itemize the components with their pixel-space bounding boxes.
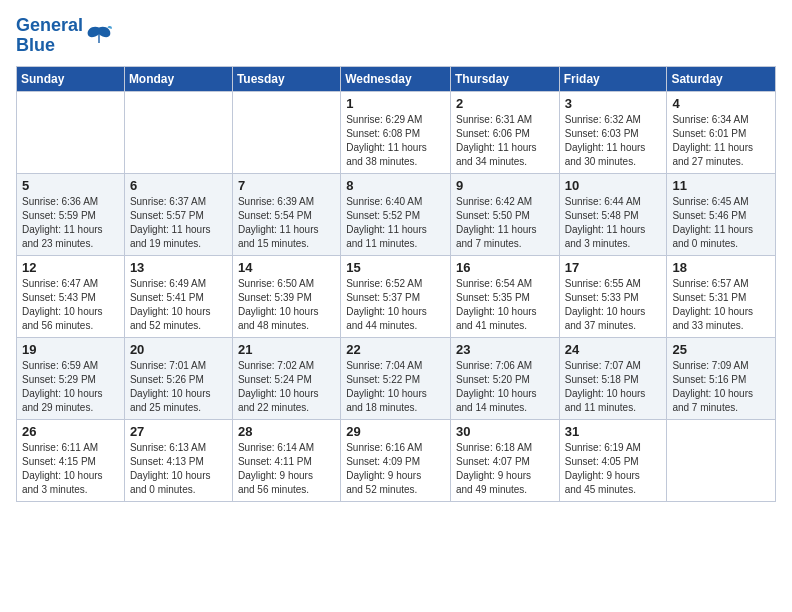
weekday-header: Sunday [17, 66, 125, 91]
day-info: Sunrise: 6:36 AM Sunset: 5:59 PM Dayligh… [22, 195, 119, 251]
day-info: Sunrise: 6:45 AM Sunset: 5:46 PM Dayligh… [672, 195, 770, 251]
day-number: 17 [565, 260, 662, 275]
calendar-cell: 25Sunrise: 7:09 AM Sunset: 5:16 PM Dayli… [667, 337, 776, 419]
calendar-cell: 13Sunrise: 6:49 AM Sunset: 5:41 PM Dayli… [124, 255, 232, 337]
day-info: Sunrise: 6:52 AM Sunset: 5:37 PM Dayligh… [346, 277, 445, 333]
day-number: 2 [456, 96, 554, 111]
day-number: 31 [565, 424, 662, 439]
day-number: 28 [238, 424, 335, 439]
day-number: 22 [346, 342, 445, 357]
logo-text: GeneralBlue [16, 16, 83, 56]
day-number: 14 [238, 260, 335, 275]
calendar-cell: 17Sunrise: 6:55 AM Sunset: 5:33 PM Dayli… [559, 255, 667, 337]
day-number: 4 [672, 96, 770, 111]
calendar-cell: 1Sunrise: 6:29 AM Sunset: 6:08 PM Daylig… [341, 91, 451, 173]
day-info: Sunrise: 6:39 AM Sunset: 5:54 PM Dayligh… [238, 195, 335, 251]
calendar-cell: 31Sunrise: 6:19 AM Sunset: 4:05 PM Dayli… [559, 419, 667, 501]
day-info: Sunrise: 6:57 AM Sunset: 5:31 PM Dayligh… [672, 277, 770, 333]
calendar-cell: 11Sunrise: 6:45 AM Sunset: 5:46 PM Dayli… [667, 173, 776, 255]
calendar-cell [17, 91, 125, 173]
calendar-cell: 5Sunrise: 6:36 AM Sunset: 5:59 PM Daylig… [17, 173, 125, 255]
calendar-cell: 26Sunrise: 6:11 AM Sunset: 4:15 PM Dayli… [17, 419, 125, 501]
calendar-cell: 3Sunrise: 6:32 AM Sunset: 6:03 PM Daylig… [559, 91, 667, 173]
day-number: 30 [456, 424, 554, 439]
weekday-header: Saturday [667, 66, 776, 91]
day-number: 20 [130, 342, 227, 357]
weekday-header: Monday [124, 66, 232, 91]
calendar-cell: 15Sunrise: 6:52 AM Sunset: 5:37 PM Dayli… [341, 255, 451, 337]
logo: GeneralBlue [16, 16, 113, 56]
calendar-cell: 28Sunrise: 6:14 AM Sunset: 4:11 PM Dayli… [232, 419, 340, 501]
day-number: 27 [130, 424, 227, 439]
calendar-cell: 18Sunrise: 6:57 AM Sunset: 5:31 PM Dayli… [667, 255, 776, 337]
calendar-cell [232, 91, 340, 173]
day-info: Sunrise: 6:55 AM Sunset: 5:33 PM Dayligh… [565, 277, 662, 333]
day-info: Sunrise: 6:18 AM Sunset: 4:07 PM Dayligh… [456, 441, 554, 497]
day-info: Sunrise: 7:02 AM Sunset: 5:24 PM Dayligh… [238, 359, 335, 415]
calendar-cell: 6Sunrise: 6:37 AM Sunset: 5:57 PM Daylig… [124, 173, 232, 255]
day-info: Sunrise: 6:11 AM Sunset: 4:15 PM Dayligh… [22, 441, 119, 497]
calendar-week-row: 5Sunrise: 6:36 AM Sunset: 5:59 PM Daylig… [17, 173, 776, 255]
logo-bird-icon [85, 22, 113, 50]
day-number: 12 [22, 260, 119, 275]
day-number: 18 [672, 260, 770, 275]
day-number: 9 [456, 178, 554, 193]
calendar-week-row: 12Sunrise: 6:47 AM Sunset: 5:43 PM Dayli… [17, 255, 776, 337]
weekday-header: Thursday [450, 66, 559, 91]
page-header: GeneralBlue [16, 16, 776, 56]
calendar-cell: 20Sunrise: 7:01 AM Sunset: 5:26 PM Dayli… [124, 337, 232, 419]
weekday-header: Wednesday [341, 66, 451, 91]
calendar-cell [124, 91, 232, 173]
day-info: Sunrise: 6:59 AM Sunset: 5:29 PM Dayligh… [22, 359, 119, 415]
day-info: Sunrise: 6:54 AM Sunset: 5:35 PM Dayligh… [456, 277, 554, 333]
calendar-cell: 10Sunrise: 6:44 AM Sunset: 5:48 PM Dayli… [559, 173, 667, 255]
day-info: Sunrise: 6:34 AM Sunset: 6:01 PM Dayligh… [672, 113, 770, 169]
calendar-cell: 29Sunrise: 6:16 AM Sunset: 4:09 PM Dayli… [341, 419, 451, 501]
calendar-body: 1Sunrise: 6:29 AM Sunset: 6:08 PM Daylig… [17, 91, 776, 501]
calendar-cell: 9Sunrise: 6:42 AM Sunset: 5:50 PM Daylig… [450, 173, 559, 255]
day-info: Sunrise: 7:04 AM Sunset: 5:22 PM Dayligh… [346, 359, 445, 415]
day-info: Sunrise: 6:42 AM Sunset: 5:50 PM Dayligh… [456, 195, 554, 251]
day-info: Sunrise: 6:49 AM Sunset: 5:41 PM Dayligh… [130, 277, 227, 333]
calendar-cell: 8Sunrise: 6:40 AM Sunset: 5:52 PM Daylig… [341, 173, 451, 255]
calendar-cell: 19Sunrise: 6:59 AM Sunset: 5:29 PM Dayli… [17, 337, 125, 419]
day-info: Sunrise: 7:01 AM Sunset: 5:26 PM Dayligh… [130, 359, 227, 415]
day-number: 8 [346, 178, 445, 193]
calendar-cell: 14Sunrise: 6:50 AM Sunset: 5:39 PM Dayli… [232, 255, 340, 337]
calendar-cell: 2Sunrise: 6:31 AM Sunset: 6:06 PM Daylig… [450, 91, 559, 173]
calendar-week-row: 1Sunrise: 6:29 AM Sunset: 6:08 PM Daylig… [17, 91, 776, 173]
calendar-cell: 30Sunrise: 6:18 AM Sunset: 4:07 PM Dayli… [450, 419, 559, 501]
day-info: Sunrise: 6:13 AM Sunset: 4:13 PM Dayligh… [130, 441, 227, 497]
day-number: 5 [22, 178, 119, 193]
calendar-table: SundayMondayTuesdayWednesdayThursdayFrid… [16, 66, 776, 502]
day-info: Sunrise: 6:44 AM Sunset: 5:48 PM Dayligh… [565, 195, 662, 251]
day-number: 19 [22, 342, 119, 357]
day-info: Sunrise: 6:40 AM Sunset: 5:52 PM Dayligh… [346, 195, 445, 251]
day-info: Sunrise: 6:50 AM Sunset: 5:39 PM Dayligh… [238, 277, 335, 333]
day-info: Sunrise: 6:14 AM Sunset: 4:11 PM Dayligh… [238, 441, 335, 497]
calendar-week-row: 19Sunrise: 6:59 AM Sunset: 5:29 PM Dayli… [17, 337, 776, 419]
calendar-cell: 27Sunrise: 6:13 AM Sunset: 4:13 PM Dayli… [124, 419, 232, 501]
day-info: Sunrise: 6:19 AM Sunset: 4:05 PM Dayligh… [565, 441, 662, 497]
weekday-header: Tuesday [232, 66, 340, 91]
day-number: 15 [346, 260, 445, 275]
day-info: Sunrise: 7:09 AM Sunset: 5:16 PM Dayligh… [672, 359, 770, 415]
day-info: Sunrise: 6:16 AM Sunset: 4:09 PM Dayligh… [346, 441, 445, 497]
weekday-header: Friday [559, 66, 667, 91]
calendar-week-row: 26Sunrise: 6:11 AM Sunset: 4:15 PM Dayli… [17, 419, 776, 501]
calendar-cell: 23Sunrise: 7:06 AM Sunset: 5:20 PM Dayli… [450, 337, 559, 419]
day-info: Sunrise: 6:47 AM Sunset: 5:43 PM Dayligh… [22, 277, 119, 333]
day-number: 1 [346, 96, 445, 111]
day-number: 29 [346, 424, 445, 439]
day-number: 10 [565, 178, 662, 193]
day-number: 21 [238, 342, 335, 357]
day-info: Sunrise: 6:32 AM Sunset: 6:03 PM Dayligh… [565, 113, 662, 169]
calendar-cell: 21Sunrise: 7:02 AM Sunset: 5:24 PM Dayli… [232, 337, 340, 419]
day-number: 26 [22, 424, 119, 439]
day-info: Sunrise: 6:29 AM Sunset: 6:08 PM Dayligh… [346, 113, 445, 169]
day-number: 24 [565, 342, 662, 357]
day-number: 13 [130, 260, 227, 275]
calendar-cell: 16Sunrise: 6:54 AM Sunset: 5:35 PM Dayli… [450, 255, 559, 337]
calendar-cell: 4Sunrise: 6:34 AM Sunset: 6:01 PM Daylig… [667, 91, 776, 173]
day-number: 6 [130, 178, 227, 193]
